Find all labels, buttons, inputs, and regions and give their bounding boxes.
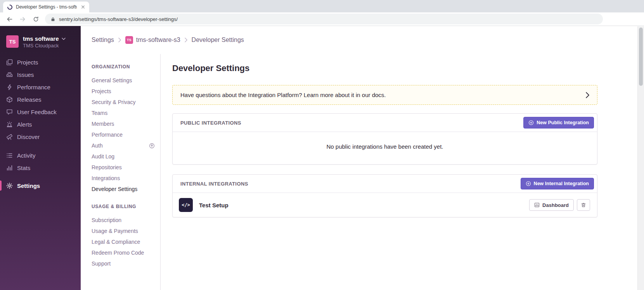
projects-icon (6, 59, 13, 66)
back-button[interactable] (4, 14, 15, 24)
new-internal-integration-button[interactable]: New Internal Integration (521, 178, 594, 189)
sidebar-item-discover[interactable]: Discover (0, 130, 81, 143)
scrollbar-thumb[interactable] (639, 28, 643, 86)
sidebar-item-label: User Feedback (17, 109, 57, 115)
sentry-favicon (7, 4, 13, 10)
integration-row: </> Test Setup Dashboard (173, 193, 597, 217)
settings-nav-item-general-settings[interactable]: General Settings (92, 75, 160, 86)
settings-nav-section-organization: ORGANIZATION General Settings Projects S… (92, 64, 160, 194)
org-name: tms software (23, 35, 59, 42)
reload-button[interactable] (30, 14, 41, 24)
sidebar-item-issues[interactable]: Issues (0, 68, 81, 81)
sidebar-item-performance[interactable]: Performance (0, 81, 81, 93)
stats-icon (6, 165, 13, 171)
app: TS tms software TMS Cloudpack Projects I… (0, 26, 644, 290)
upsell-icon (149, 143, 155, 149)
plus-circle-icon (528, 120, 534, 125)
scrollbar[interactable] (637, 26, 644, 290)
chevron-right-icon (118, 38, 121, 42)
settings-nav-item-label: Auth (92, 142, 103, 149)
breadcrumb-org[interactable]: TS tms-software-s3 (125, 36, 180, 44)
sidebar-item-releases[interactable]: Releases (0, 93, 81, 106)
sidebar-item-label: Issues (17, 71, 34, 78)
forward-button[interactable] (17, 14, 28, 24)
new-public-integration-button[interactable]: New Public Integration (523, 117, 594, 129)
settings-nav-item-redeem-promo-code[interactable]: Redeem Promo Code (92, 247, 160, 258)
page-title: Developer Settings (172, 63, 597, 73)
alerts-icon (6, 121, 13, 128)
settings-nav-item-auth[interactable]: Auth (92, 140, 160, 151)
settings-nav-item-audit-log[interactable]: Audit Log (92, 151, 160, 162)
browser-tab[interactable]: Developer Settings - tms-softwa (3, 2, 89, 12)
settings-nav-item-repositories[interactable]: Repositories (92, 162, 160, 173)
panel-title: INTERNAL INTEGRATIONS (180, 181, 248, 187)
sidebar-item-label: Settings (17, 182, 40, 189)
settings-nav-item-members[interactable]: Members (92, 118, 160, 129)
sidebar-divider (0, 174, 81, 179)
settings-nav-item-projects[interactable]: Projects (92, 86, 160, 97)
button-label: New Internal Integration (534, 181, 589, 186)
integration-name[interactable]: Test Setup (199, 202, 529, 208)
dashboard-icon (534, 202, 540, 208)
address-bar[interactable]: sentry.io/settings/tms-software-s3/devel… (45, 14, 603, 24)
public-integrations-panel: PUBLIC INTEGRATIONS New Public Integrati… (172, 113, 597, 165)
primary-sidebar: TS tms software TMS Cloudpack Projects I… (0, 26, 81, 290)
settings-nav: ORGANIZATION General Settings Projects S… (81, 54, 161, 290)
lock-icon (50, 17, 55, 22)
url-text: sentry.io/settings/tms-software-s3/devel… (59, 16, 178, 22)
sidebar-item-projects[interactable]: Projects (0, 56, 81, 68)
dashboard-button[interactable]: Dashboard (529, 199, 574, 211)
browser-tab-strip: Developer Settings - tms-softwa (0, 0, 644, 12)
sidebar-divider (0, 143, 81, 149)
org-avatar: TS (6, 35, 19, 48)
org-avatar-small: TS (125, 36, 133, 44)
settings-nav-item-legal-compliance[interactable]: Legal & Compliance (92, 236, 160, 247)
breadcrumb-current: Developer Settings (192, 36, 244, 43)
settings-nav-section-title: USAGE & BILLING (92, 204, 160, 209)
main-content: Developer Settings Have questions about … (161, 54, 644, 290)
integration-platform-banner[interactable]: Have questions about the Integration Pla… (172, 85, 597, 105)
releases-icon (6, 96, 13, 103)
public-integrations-empty-text: No public integrations have been created… (173, 132, 597, 164)
settings-nav-item-integrations[interactable]: Integrations (92, 173, 160, 184)
sidebar-item-label: Performance (17, 84, 50, 90)
tab-close-icon[interactable] (80, 4, 86, 10)
org-switcher[interactable]: TS tms software TMS Cloudpack (0, 32, 81, 56)
settings-nav-item-subscription[interactable]: Subscription (92, 215, 160, 226)
user-feedback-icon (6, 109, 13, 115)
button-label: New Public Integration (537, 120, 589, 125)
button-label: Dashboard (542, 202, 569, 208)
sidebar-item-stats[interactable]: Stats (0, 161, 81, 174)
sidebar-item-settings[interactable]: Settings (0, 179, 81, 192)
breadcrumb-settings[interactable]: Settings (92, 36, 114, 43)
sidebar-item-label: Discover (17, 134, 40, 140)
settings-nav-item-security-privacy[interactable]: Security & Privacy (92, 97, 160, 108)
plus-circle-icon (526, 181, 531, 186)
trash-icon (581, 202, 586, 208)
settings-nav-item-support[interactable]: Support (92, 258, 160, 269)
panel-title: PUBLIC INTEGRATIONS (180, 120, 241, 126)
code-icon: </> (179, 198, 193, 212)
settings-nav-item-usage-payments[interactable]: Usage & Payments (92, 226, 160, 236)
issues-icon (6, 71, 13, 78)
internal-integrations-panel: INTERNAL INTEGRATIONS New Internal Integ… (172, 174, 597, 217)
chevron-right-icon (586, 92, 589, 98)
breadcrumb-org-label: tms-software-s3 (136, 36, 180, 43)
sidebar-item-activity[interactable]: Activity (0, 149, 81, 161)
sidebar-item-user-feedback[interactable]: User Feedback (0, 106, 81, 118)
settings-nav-item-performance[interactable]: Performance (92, 129, 160, 140)
panel-header: PUBLIC INTEGRATIONS New Public Integrati… (173, 114, 597, 132)
settings-nav-item-developer-settings[interactable]: Developer Settings (92, 184, 160, 194)
banner-text: Have questions about the Integration Pla… (180, 92, 586, 98)
delete-button[interactable] (577, 199, 590, 211)
panel-header: INTERNAL INTEGRATIONS New Internal Integ… (173, 175, 597, 193)
performance-icon (6, 84, 13, 90)
sidebar-item-alerts[interactable]: Alerts (0, 118, 81, 130)
tab-title: Developer Settings - tms-softwa (16, 4, 77, 10)
chevron-right-icon (185, 38, 187, 42)
sidebar-item-label: Projects (17, 59, 38, 66)
settings-nav-section-title: ORGANIZATION (92, 64, 160, 69)
content-row: ORGANIZATION General Settings Projects S… (81, 54, 644, 290)
workspace: Settings TS tms-software-s3 Developer Se… (81, 26, 644, 290)
settings-nav-item-teams[interactable]: Teams (92, 108, 160, 118)
